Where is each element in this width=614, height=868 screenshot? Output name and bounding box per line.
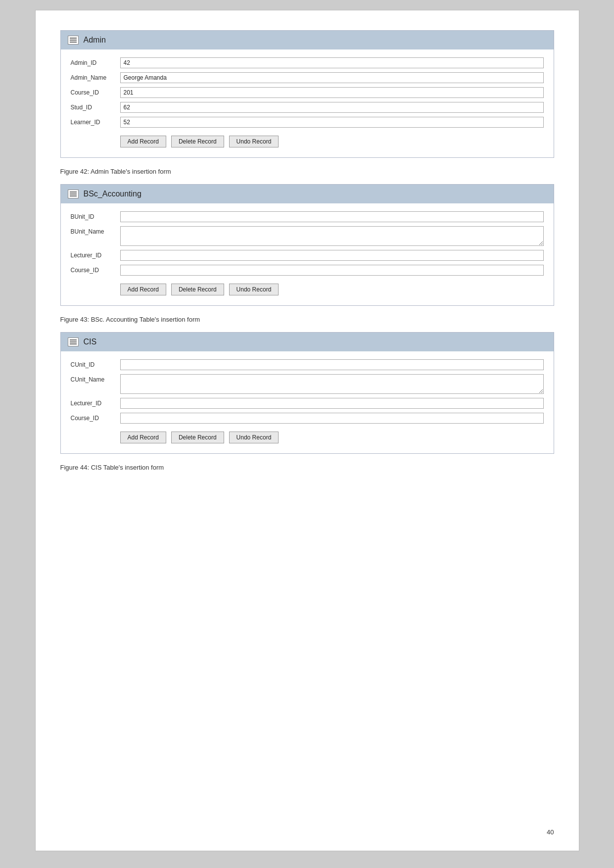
- admin-name-label: Admin_Name: [71, 72, 120, 81]
- bsc-form-buttons: Add Record Delete Record Undo Record: [71, 284, 544, 295]
- admin-add-record-button[interactable]: Add Record: [120, 136, 166, 147]
- cis-figure-caption: Figure 44: CIS Table's insertion form: [60, 464, 554, 471]
- admin-id-label: Admin_ID: [71, 57, 120, 66]
- bsc-form-body: BUnit_ID BUnit_Name Lecturer_ID Course_I…: [61, 203, 554, 305]
- admin-learner-id-label: Learner_ID: [71, 117, 120, 126]
- bunit-id-label: BUnit_ID: [71, 211, 120, 220]
- form-row: CUnit_ID: [71, 359, 544, 370]
- cis-undo-record-button[interactable]: Undo Record: [229, 432, 279, 443]
- admin-form-panel: Admin Admin_ID Admin_Name Course_ID Stud…: [60, 30, 554, 158]
- cunit-id-label: CUnit_ID: [71, 359, 120, 368]
- bsc-lecturer-id-input[interactable]: [120, 250, 544, 261]
- bsc-form-panel: BSc_Accounting BUnit_ID BUnit_Name Lectu…: [60, 184, 554, 306]
- form-row: Learner_ID: [71, 117, 544, 128]
- cis-course-id-input[interactable]: [120, 413, 544, 424]
- admin-form-header: Admin: [61, 31, 554, 49]
- admin-learner-id-input[interactable]: [120, 117, 544, 128]
- bsc-course-id-label: Course_ID: [71, 265, 120, 274]
- cis-form-buttons: Add Record Delete Record Undo Record: [71, 432, 544, 443]
- cis-form-icon: [68, 338, 79, 346]
- admin-form-buttons: Add Record Delete Record Undo Record: [71, 136, 544, 147]
- form-row: Course_ID: [71, 87, 544, 98]
- admin-stud-id-input[interactable]: [120, 102, 544, 113]
- cis-add-record-button[interactable]: Add Record: [120, 432, 166, 443]
- form-row: Admin_ID: [71, 57, 544, 68]
- bsc-lecturer-id-label: Lecturer_ID: [71, 250, 120, 259]
- form-row: Lecturer_ID: [71, 398, 544, 409]
- bsc-form-header: BSc_Accounting: [61, 185, 554, 203]
- bsc-delete-record-button[interactable]: Delete Record: [171, 284, 224, 295]
- bsc-course-id-input[interactable]: [120, 265, 544, 276]
- form-row: Course_ID: [71, 265, 544, 276]
- bsc-form-title: BSc_Accounting: [84, 190, 142, 198]
- admin-course-id-input[interactable]: [120, 87, 544, 98]
- cunit-id-input[interactable]: [120, 359, 544, 370]
- cis-form-header: CIS: [61, 333, 554, 351]
- admin-name-input[interactable]: [120, 72, 544, 83]
- bunit-id-input[interactable]: [120, 211, 544, 222]
- admin-undo-record-button[interactable]: Undo Record: [229, 136, 279, 147]
- form-row: Stud_ID: [71, 102, 544, 113]
- cis-lecturer-id-label: Lecturer_ID: [71, 398, 120, 407]
- form-row: Admin_Name: [71, 72, 544, 83]
- cunit-name-label: CUnit_Name: [71, 374, 120, 383]
- admin-delete-record-button[interactable]: Delete Record: [171, 136, 224, 147]
- admin-form-icon: [68, 36, 79, 45]
- cis-form-title: CIS: [84, 338, 97, 346]
- page-number: 40: [547, 828, 554, 836]
- cis-delete-record-button[interactable]: Delete Record: [171, 432, 224, 443]
- admin-form-body: Admin_ID Admin_Name Course_ID Stud_ID Le…: [61, 49, 554, 157]
- cis-form-panel: CIS CUnit_ID CUnit_Name Lecturer_ID Cour…: [60, 332, 554, 454]
- admin-course-id-label: Course_ID: [71, 87, 120, 96]
- admin-stud-id-label: Stud_ID: [71, 102, 120, 111]
- form-row: CUnit_Name: [71, 374, 544, 394]
- bunit-name-label: BUnit_Name: [71, 226, 120, 235]
- admin-figure-caption: Figure 42: Admin Table's insertion form: [60, 168, 554, 175]
- admin-id-input[interactable]: [120, 57, 544, 68]
- cis-lecturer-id-input[interactable]: [120, 398, 544, 409]
- form-row: Course_ID: [71, 413, 544, 424]
- page: Admin Admin_ID Admin_Name Course_ID Stud…: [35, 10, 579, 851]
- bunit-name-input[interactable]: [120, 226, 544, 246]
- admin-form-title: Admin: [84, 36, 106, 45]
- cis-form-body: CUnit_ID CUnit_Name Lecturer_ID Course_I…: [61, 351, 554, 453]
- bsc-undo-record-button[interactable]: Undo Record: [229, 284, 279, 295]
- cis-course-id-label: Course_ID: [71, 413, 120, 422]
- form-row: Lecturer_ID: [71, 250, 544, 261]
- bsc-figure-caption: Figure 43: BSc. Accounting Table's inser…: [60, 316, 554, 323]
- form-row: BUnit_ID: [71, 211, 544, 222]
- bsc-form-icon: [68, 190, 79, 198]
- bsc-add-record-button[interactable]: Add Record: [120, 284, 166, 295]
- cunit-name-input[interactable]: [120, 374, 544, 394]
- form-row: BUnit_Name: [71, 226, 544, 246]
